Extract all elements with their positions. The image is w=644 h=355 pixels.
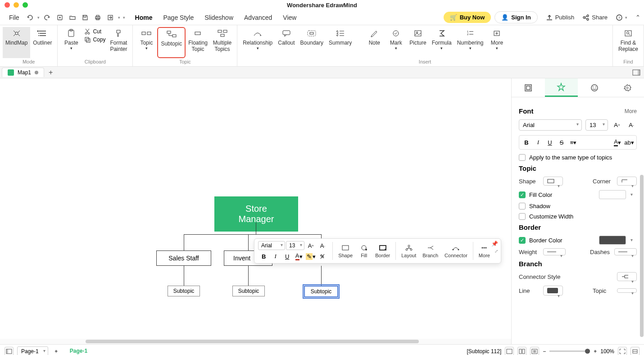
decrease-font-button[interactable]: A- bbox=[626, 120, 637, 130]
ft-clear-format[interactable]: ✎̸ bbox=[317, 251, 328, 261]
node-sub2[interactable]: Subtopic bbox=[232, 286, 265, 296]
picture-button[interactable]: Picture bbox=[407, 27, 429, 58]
mark-button[interactable]: Mark ▾ bbox=[385, 27, 407, 58]
shape-select[interactable] bbox=[543, 177, 563, 186]
fullscreen-button[interactable] bbox=[618, 347, 627, 355]
ft-border[interactable]: Border bbox=[372, 243, 393, 259]
boundary-button[interactable]: Boundary bbox=[298, 27, 326, 58]
maximize-window-icon[interactable] bbox=[23, 2, 28, 8]
callout-button[interactable]: Callout bbox=[275, 27, 297, 58]
qat-customize-icon[interactable]: ▾ bbox=[123, 15, 125, 20]
border-color-checkbox[interactable]: ✓ Border Color bbox=[519, 236, 637, 245]
font-size-select[interactable]: 13 bbox=[585, 119, 608, 131]
subtopic-button[interactable]: Subtopic bbox=[157, 27, 186, 58]
menu-advanced[interactable]: Advanced bbox=[239, 11, 277, 24]
shadow-checkbox[interactable]: Shadow bbox=[519, 203, 637, 209]
ft-more[interactable]: More bbox=[476, 243, 493, 259]
view-mode-2[interactable] bbox=[517, 347, 526, 355]
pin-icon[interactable]: 📌 bbox=[491, 241, 498, 247]
sidebar-toggle[interactable] bbox=[5, 347, 14, 355]
fill-color-swatch[interactable] bbox=[599, 190, 626, 199]
menu-file[interactable]: File bbox=[4, 11, 25, 24]
panel-toggle-button[interactable] bbox=[632, 69, 640, 76]
ft-connector[interactable]: Connector bbox=[442, 243, 470, 259]
ft-fill[interactable]: Fill bbox=[356, 243, 372, 259]
undo-button[interactable] bbox=[25, 13, 35, 23]
relationship-button[interactable]: Relationship ▾ bbox=[240, 27, 275, 58]
find-replace-button[interactable]: Find & Replace bbox=[616, 27, 641, 58]
node-root[interactable]: Store Manager bbox=[214, 196, 298, 232]
hscroll-thumb[interactable] bbox=[86, 340, 419, 343]
add-page-button[interactable]: + bbox=[52, 348, 61, 355]
more-insert-button[interactable]: More ▾ bbox=[486, 27, 508, 58]
page-tab-1[interactable]: Page-1 bbox=[64, 346, 93, 355]
paste-button[interactable]: Paste ▾ bbox=[60, 27, 82, 58]
weight-select[interactable] bbox=[543, 248, 566, 255]
ft-layout[interactable]: Layout bbox=[399, 243, 419, 259]
print-button[interactable] bbox=[93, 13, 103, 23]
format-painter-button[interactable]: Format Painter bbox=[107, 27, 130, 58]
menu-view[interactable]: View bbox=[277, 11, 302, 24]
copy-button[interactable]: Copy bbox=[84, 36, 105, 43]
customize-width-checkbox[interactable]: Customize Width bbox=[519, 213, 637, 220]
ft-font-color[interactable]: A▾ bbox=[294, 251, 304, 261]
help-button[interactable]: ? ▾ bbox=[616, 14, 627, 21]
node-sub3[interactable]: Subtopic bbox=[304, 286, 338, 297]
underline-button[interactable]: U bbox=[544, 137, 555, 147]
panel-scrollbar[interactable] bbox=[639, 175, 644, 355]
font-family-select[interactable]: Arial bbox=[519, 119, 582, 131]
minimize-window-icon[interactable] bbox=[14, 2, 19, 8]
new-button[interactable] bbox=[55, 13, 65, 23]
corner-select[interactable] bbox=[617, 177, 637, 186]
close-window-icon[interactable] bbox=[5, 2, 10, 8]
publish-button[interactable]: Publish bbox=[546, 14, 575, 21]
zoom-slider[interactable] bbox=[549, 350, 590, 352]
bold-button[interactable]: B bbox=[521, 137, 532, 147]
ft-size-select[interactable]: 13 bbox=[286, 241, 304, 250]
save-button[interactable] bbox=[80, 13, 90, 23]
strike-button[interactable]: S bbox=[556, 137, 567, 147]
formula-button[interactable]: Formula ▾ bbox=[429, 27, 454, 58]
border-color-swatch[interactable] bbox=[599, 236, 626, 245]
export-button[interactable] bbox=[105, 13, 115, 23]
numbering-button[interactable]: 12 Numbering ▾ bbox=[454, 27, 486, 58]
font-more-link[interactable]: More bbox=[625, 108, 637, 114]
connector-style-select[interactable] bbox=[617, 272, 637, 281]
undo-dropdown-icon[interactable]: ▾ bbox=[37, 15, 40, 20]
outliner-view-button[interactable]: Outliner bbox=[30, 27, 54, 58]
dashes-select[interactable] bbox=[614, 248, 637, 255]
node-sub1[interactable]: Subtopic bbox=[168, 286, 200, 296]
zoom-out-button[interactable]: − bbox=[543, 348, 546, 355]
ft-highlight[interactable]: ✎▾ bbox=[305, 251, 316, 261]
text-case-button[interactable]: ab▾ bbox=[624, 137, 635, 147]
ft-bold[interactable]: B bbox=[259, 251, 269, 261]
view-mode-3[interactable] bbox=[530, 347, 539, 355]
tab-map1[interactable]: Map1 bbox=[2, 68, 44, 77]
cut-button[interactable]: Cut bbox=[84, 28, 105, 35]
view-mode-1[interactable] bbox=[505, 347, 514, 355]
open-button[interactable] bbox=[68, 13, 77, 23]
font-color-button[interactable]: A▾ bbox=[612, 137, 623, 147]
ft-italic[interactable]: I bbox=[270, 251, 281, 261]
panel-tab-outline[interactable] bbox=[512, 78, 545, 97]
panel-tab-settings[interactable] bbox=[611, 78, 644, 97]
multiple-topics-button[interactable]: Multiple Topics bbox=[210, 27, 234, 58]
menu-page-style[interactable]: Page Style bbox=[158, 11, 199, 24]
summary-button[interactable]: Summary bbox=[326, 27, 354, 58]
panel-tab-style[interactable] bbox=[545, 78, 578, 97]
menu-slideshow[interactable]: Slideshow bbox=[199, 11, 239, 24]
zoom-knob[interactable] bbox=[585, 349, 590, 354]
italic-button[interactable]: I bbox=[533, 137, 544, 147]
fit-button[interactable] bbox=[630, 347, 639, 355]
ft-branch[interactable]: Branch bbox=[420, 243, 441, 259]
floating-topic-button[interactable]: Floating Topic bbox=[186, 27, 210, 58]
panel-scroll-thumb[interactable] bbox=[640, 175, 644, 337]
node-child-sales[interactable]: Sales Staff bbox=[156, 250, 211, 266]
redo-button[interactable] bbox=[42, 13, 52, 23]
share-button[interactable]: Share bbox=[582, 14, 608, 21]
ft-font-select[interactable]: Arial bbox=[258, 241, 285, 250]
menu-home[interactable]: Home bbox=[130, 11, 158, 24]
line-color-select[interactable] bbox=[543, 286, 563, 296]
export-dropdown-icon[interactable]: ▾ bbox=[118, 15, 120, 20]
page-selector[interactable]: Page-1 bbox=[17, 346, 48, 355]
